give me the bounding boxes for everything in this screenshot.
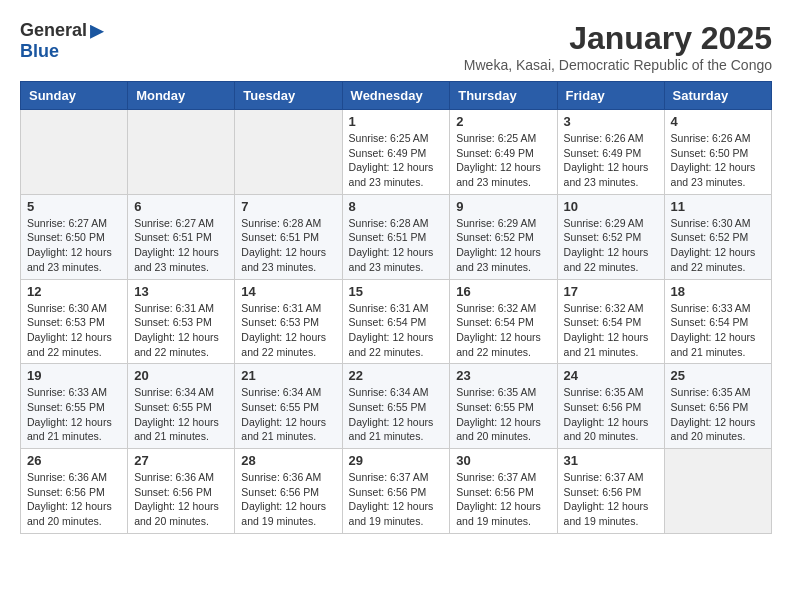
calendar-cell: 21Sunrise: 6:34 AM Sunset: 6:55 PM Dayli… <box>235 364 342 449</box>
day-info: Sunrise: 6:34 AM Sunset: 6:55 PM Dayligh… <box>349 385 444 444</box>
calendar-cell: 7Sunrise: 6:28 AM Sunset: 6:51 PM Daylig… <box>235 194 342 279</box>
day-info: Sunrise: 6:25 AM Sunset: 6:49 PM Dayligh… <box>456 131 550 190</box>
calendar-week-row: 1Sunrise: 6:25 AM Sunset: 6:49 PM Daylig… <box>21 110 772 195</box>
calendar-week-row: 26Sunrise: 6:36 AM Sunset: 6:56 PM Dayli… <box>21 449 772 534</box>
calendar-cell: 27Sunrise: 6:36 AM Sunset: 6:56 PM Dayli… <box>128 449 235 534</box>
day-number: 23 <box>456 368 550 383</box>
calendar: SundayMondayTuesdayWednesdayThursdayFrid… <box>20 81 772 534</box>
day-number: 25 <box>671 368 765 383</box>
weekday-header: Saturday <box>664 82 771 110</box>
day-info: Sunrise: 6:27 AM Sunset: 6:51 PM Dayligh… <box>134 216 228 275</box>
calendar-week-row: 12Sunrise: 6:30 AM Sunset: 6:53 PM Dayli… <box>21 279 772 364</box>
day-number: 10 <box>564 199 658 214</box>
calendar-cell: 4Sunrise: 6:26 AM Sunset: 6:50 PM Daylig… <box>664 110 771 195</box>
day-number: 14 <box>241 284 335 299</box>
calendar-cell: 28Sunrise: 6:36 AM Sunset: 6:56 PM Dayli… <box>235 449 342 534</box>
day-info: Sunrise: 6:31 AM Sunset: 6:53 PM Dayligh… <box>134 301 228 360</box>
day-info: Sunrise: 6:35 AM Sunset: 6:56 PM Dayligh… <box>564 385 658 444</box>
day-info: Sunrise: 6:30 AM Sunset: 6:53 PM Dayligh… <box>27 301 121 360</box>
logo-blue: Blue <box>20 41 59 61</box>
day-info: Sunrise: 6:33 AM Sunset: 6:55 PM Dayligh… <box>27 385 121 444</box>
day-info: Sunrise: 6:37 AM Sunset: 6:56 PM Dayligh… <box>564 470 658 529</box>
day-number: 30 <box>456 453 550 468</box>
day-info: Sunrise: 6:36 AM Sunset: 6:56 PM Dayligh… <box>134 470 228 529</box>
day-number: 19 <box>27 368 121 383</box>
location: Mweka, Kasai, Democratic Republic of the… <box>464 57 772 73</box>
day-info: Sunrise: 6:36 AM Sunset: 6:56 PM Dayligh… <box>241 470 335 529</box>
day-number: 17 <box>564 284 658 299</box>
weekday-header: Sunday <box>21 82 128 110</box>
day-number: 6 <box>134 199 228 214</box>
day-info: Sunrise: 6:37 AM Sunset: 6:56 PM Dayligh… <box>456 470 550 529</box>
calendar-cell: 22Sunrise: 6:34 AM Sunset: 6:55 PM Dayli… <box>342 364 450 449</box>
day-number: 24 <box>564 368 658 383</box>
calendar-cell: 19Sunrise: 6:33 AM Sunset: 6:55 PM Dayli… <box>21 364 128 449</box>
day-number: 3 <box>564 114 658 129</box>
calendar-cell <box>664 449 771 534</box>
day-info: Sunrise: 6:32 AM Sunset: 6:54 PM Dayligh… <box>564 301 658 360</box>
calendar-cell: 10Sunrise: 6:29 AM Sunset: 6:52 PM Dayli… <box>557 194 664 279</box>
weekday-header: Wednesday <box>342 82 450 110</box>
day-number: 22 <box>349 368 444 383</box>
calendar-week-row: 5Sunrise: 6:27 AM Sunset: 6:50 PM Daylig… <box>21 194 772 279</box>
logo-general: General <box>20 20 87 40</box>
calendar-cell: 11Sunrise: 6:30 AM Sunset: 6:52 PM Dayli… <box>664 194 771 279</box>
day-number: 26 <box>27 453 121 468</box>
calendar-cell: 17Sunrise: 6:32 AM Sunset: 6:54 PM Dayli… <box>557 279 664 364</box>
day-info: Sunrise: 6:26 AM Sunset: 6:49 PM Dayligh… <box>564 131 658 190</box>
calendar-cell: 25Sunrise: 6:35 AM Sunset: 6:56 PM Dayli… <box>664 364 771 449</box>
day-info: Sunrise: 6:27 AM Sunset: 6:50 PM Dayligh… <box>27 216 121 275</box>
day-number: 15 <box>349 284 444 299</box>
calendar-cell: 23Sunrise: 6:35 AM Sunset: 6:55 PM Dayli… <box>450 364 557 449</box>
month-year: January 2025 <box>464 20 772 57</box>
calendar-cell: 6Sunrise: 6:27 AM Sunset: 6:51 PM Daylig… <box>128 194 235 279</box>
day-number: 5 <box>27 199 121 214</box>
calendar-cell <box>128 110 235 195</box>
day-info: Sunrise: 6:32 AM Sunset: 6:54 PM Dayligh… <box>456 301 550 360</box>
day-number: 31 <box>564 453 658 468</box>
day-info: Sunrise: 6:29 AM Sunset: 6:52 PM Dayligh… <box>456 216 550 275</box>
day-info: Sunrise: 6:25 AM Sunset: 6:49 PM Dayligh… <box>349 131 444 190</box>
day-info: Sunrise: 6:35 AM Sunset: 6:55 PM Dayligh… <box>456 385 550 444</box>
day-number: 7 <box>241 199 335 214</box>
day-number: 29 <box>349 453 444 468</box>
calendar-cell: 9Sunrise: 6:29 AM Sunset: 6:52 PM Daylig… <box>450 194 557 279</box>
day-number: 20 <box>134 368 228 383</box>
calendar-cell: 20Sunrise: 6:34 AM Sunset: 6:55 PM Dayli… <box>128 364 235 449</box>
calendar-cell <box>235 110 342 195</box>
day-number: 28 <box>241 453 335 468</box>
day-number: 1 <box>349 114 444 129</box>
day-number: 27 <box>134 453 228 468</box>
calendar-cell: 26Sunrise: 6:36 AM Sunset: 6:56 PM Dayli… <box>21 449 128 534</box>
day-info: Sunrise: 6:33 AM Sunset: 6:54 PM Dayligh… <box>671 301 765 360</box>
logo-icon <box>90 25 104 39</box>
day-info: Sunrise: 6:36 AM Sunset: 6:56 PM Dayligh… <box>27 470 121 529</box>
day-number: 16 <box>456 284 550 299</box>
calendar-cell: 8Sunrise: 6:28 AM Sunset: 6:51 PM Daylig… <box>342 194 450 279</box>
calendar-cell: 5Sunrise: 6:27 AM Sunset: 6:50 PM Daylig… <box>21 194 128 279</box>
calendar-cell: 29Sunrise: 6:37 AM Sunset: 6:56 PM Dayli… <box>342 449 450 534</box>
day-number: 11 <box>671 199 765 214</box>
calendar-cell: 12Sunrise: 6:30 AM Sunset: 6:53 PM Dayli… <box>21 279 128 364</box>
day-info: Sunrise: 6:34 AM Sunset: 6:55 PM Dayligh… <box>241 385 335 444</box>
calendar-cell: 2Sunrise: 6:25 AM Sunset: 6:49 PM Daylig… <box>450 110 557 195</box>
day-number: 21 <box>241 368 335 383</box>
calendar-cell: 31Sunrise: 6:37 AM Sunset: 6:56 PM Dayli… <box>557 449 664 534</box>
calendar-cell: 16Sunrise: 6:32 AM Sunset: 6:54 PM Dayli… <box>450 279 557 364</box>
day-info: Sunrise: 6:35 AM Sunset: 6:56 PM Dayligh… <box>671 385 765 444</box>
calendar-cell <box>21 110 128 195</box>
logo: General Blue <box>20 20 104 62</box>
day-info: Sunrise: 6:30 AM Sunset: 6:52 PM Dayligh… <box>671 216 765 275</box>
calendar-cell: 13Sunrise: 6:31 AM Sunset: 6:53 PM Dayli… <box>128 279 235 364</box>
calendar-cell: 14Sunrise: 6:31 AM Sunset: 6:53 PM Dayli… <box>235 279 342 364</box>
day-info: Sunrise: 6:29 AM Sunset: 6:52 PM Dayligh… <box>564 216 658 275</box>
day-info: Sunrise: 6:26 AM Sunset: 6:50 PM Dayligh… <box>671 131 765 190</box>
calendar-cell: 18Sunrise: 6:33 AM Sunset: 6:54 PM Dayli… <box>664 279 771 364</box>
day-number: 13 <box>134 284 228 299</box>
day-number: 12 <box>27 284 121 299</box>
calendar-cell: 30Sunrise: 6:37 AM Sunset: 6:56 PM Dayli… <box>450 449 557 534</box>
calendar-week-row: 19Sunrise: 6:33 AM Sunset: 6:55 PM Dayli… <box>21 364 772 449</box>
header: General Blue January 2025 Mweka, Kasai, … <box>20 20 772 73</box>
weekday-header-row: SundayMondayTuesdayWednesdayThursdayFrid… <box>21 82 772 110</box>
day-info: Sunrise: 6:31 AM Sunset: 6:53 PM Dayligh… <box>241 301 335 360</box>
